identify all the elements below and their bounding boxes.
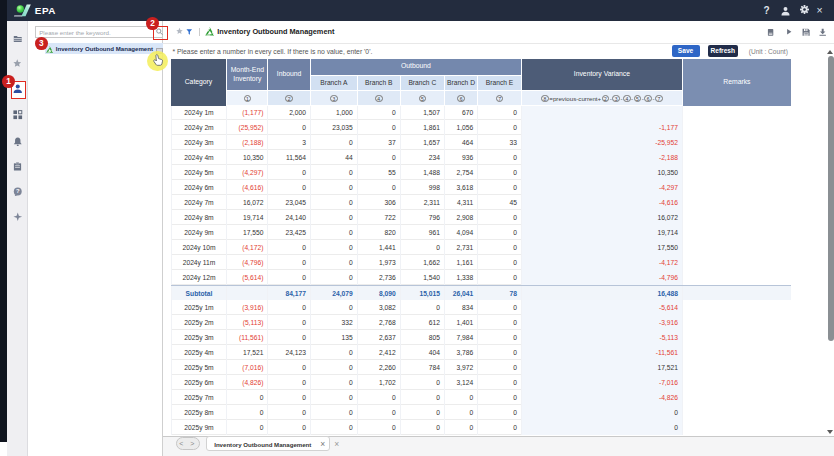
- svg-text:?: ?: [16, 188, 20, 194]
